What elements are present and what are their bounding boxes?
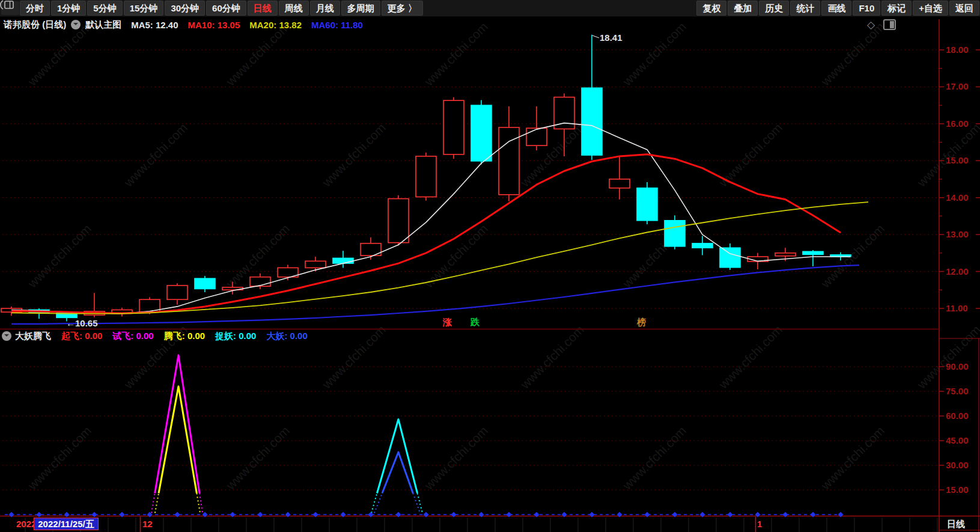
watermark-text: www.cfchi.com: [915, 322, 980, 391]
indicator-tick-label-1: 75.00: [946, 386, 969, 396]
candle[interactable]: [29, 308, 49, 319]
toolbar-button-1[interactable]: 1分钟: [51, 1, 86, 16]
candle[interactable]: [1, 307, 22, 316]
toolbar-button-2[interactable]: 历史: [759, 1, 789, 16]
action-buttons: 复权叠加历史统计画线F10标记+自选返回: [696, 0, 980, 16]
watermark-text: www.cfchi.com: [25, 221, 94, 290]
candle[interactable]: [775, 248, 796, 261]
toolbar-button-7[interactable]: +自选: [913, 1, 948, 16]
candle[interactable]: [720, 243, 740, 270]
watermark-text: www.cfchi.com: [320, 322, 389, 391]
toolbar-button-8[interactable]: 返回: [949, 1, 979, 16]
candle[interactable]: [665, 215, 685, 249]
candle[interactable]: [361, 237, 381, 260]
low-price-label: ←10.65: [66, 318, 98, 328]
toolbar-button-6[interactable]: 标记: [881, 1, 912, 16]
chart-canvas: [0, 0, 980, 532]
toolbar-button-8[interactable]: 月线: [310, 1, 340, 16]
candle[interactable]: [305, 257, 326, 272]
candle[interactable]: [499, 106, 519, 201]
toolbar-button-3[interactable]: 统计: [790, 1, 820, 16]
watermark-text: www.cfchi.com: [518, 322, 587, 391]
indicator-value-0: 起飞: 0.00: [61, 331, 102, 341]
price-tick-label-5: 13.00: [946, 229, 969, 239]
indicator-chevron-circle-icon[interactable]: [2, 331, 11, 341]
toolbar-button-5[interactable]: F10: [853, 1, 880, 16]
candle[interactable]: [195, 276, 215, 292]
toolbar-button-10[interactable]: 更多 〉: [382, 1, 423, 16]
price-tick-label-3: 15.00: [946, 155, 969, 165]
indicator-header: 大妖腾飞 起飞: 0.00试飞: 0.00腾飞: 0.00捉妖: 0.00大妖:…: [0, 330, 308, 342]
rank-link-2[interactable]: 榜: [637, 317, 646, 328]
candle[interactable]: [333, 251, 353, 268]
chart-header: 诺邦股份 (日线) 默认主图 MA5: 12.40MA10: 13.05MA20…: [0, 16, 980, 33]
watermark-text: www.cfchi.com: [25, 423, 94, 492]
toolbar-button-0[interactable]: 复权: [696, 1, 726, 16]
toolbar-button-7[interactable]: 周线: [279, 1, 309, 16]
candle[interactable]: [278, 265, 298, 281]
spike-捉妖: [377, 419, 417, 493]
candle[interactable]: [222, 282, 243, 295]
diamond-marker-icon[interactable]: ◇: [867, 19, 875, 31]
ma-line-MA10: [11, 154, 841, 313]
device-icon[interactable]: [1, 1, 19, 15]
spike-腾飞: [159, 387, 196, 494]
split-view-icon[interactable]: [883, 19, 896, 30]
candle[interactable]: [526, 106, 547, 150]
toolbar-button-3[interactable]: 15分钟: [124, 1, 164, 16]
indicator-tick-label-3: 45.00: [946, 435, 969, 445]
watermark-text: www.cfchi.com: [121, 120, 190, 189]
price-tick-label-4: 14.00: [946, 192, 969, 203]
candle[interactable]: [609, 156, 630, 200]
candle[interactable]: [139, 298, 160, 314]
candle[interactable]: [167, 283, 187, 305]
stock-title: 诺邦股份 (日线): [4, 19, 66, 31]
candle[interactable]: [416, 153, 436, 201]
rank-link-0[interactable]: 涨: [443, 317, 452, 328]
toolbar-button-4[interactable]: 画线: [821, 1, 851, 16]
main-layout-label[interactable]: 默认主图: [85, 19, 121, 31]
watermark-text: www.cfchi.com: [320, 120, 389, 189]
candle[interactable]: [471, 100, 492, 165]
toolbar-button-2[interactable]: 5分钟: [87, 1, 122, 16]
candle[interactable]: [637, 182, 657, 224]
price-tick-label-2: 16.00: [946, 118, 969, 129]
chevron-down-circle-icon[interactable]: [71, 20, 81, 29]
candle[interactable]: [803, 250, 823, 266]
toolbar-button-6[interactable]: 日线: [248, 1, 278, 16]
candle[interactable]: [84, 293, 105, 317]
toolbar-button-9[interactable]: 多周期: [341, 1, 380, 16]
rank-link-1[interactable]: 跌: [470, 317, 479, 328]
watermark-text: www.cfchi.com: [620, 221, 689, 290]
candle[interactable]: [747, 253, 768, 269]
ma-layer: [11, 35, 868, 324]
candle[interactable]: [443, 97, 464, 159]
candle[interactable]: [582, 35, 602, 160]
month-tick-label-1: 1: [757, 519, 762, 529]
month-tick-label-0: 12: [142, 519, 153, 529]
watermark-text: www.cfchi.com: [422, 221, 491, 290]
indicator-spikes-layer: [151, 355, 422, 513]
header-icons: ◇: [867, 16, 896, 33]
indicator-value-1: 试飞: 0.00: [112, 331, 153, 341]
date-axis-bar: 2022 2022/11/25/五 日线 121: [0, 517, 980, 532]
watermark-text: www.cfchi.com: [716, 322, 785, 391]
indicator-name[interactable]: 大妖腾飞: [15, 331, 51, 342]
indicator-value-4: 大妖: 0.00: [266, 331, 307, 341]
candle[interactable]: [554, 93, 574, 156]
toolbar-button-4[interactable]: 30分钟: [165, 1, 205, 16]
ma-legend: MA5: 12.40MA10: 13.05MA20: 13.82MA60: 11…: [121, 20, 363, 30]
toolbar-button-5[interactable]: 60分钟: [206, 1, 246, 16]
watermark-text: www.cfchi.com: [818, 221, 887, 290]
candle[interactable]: [692, 236, 713, 255]
candle[interactable]: [112, 308, 132, 317]
candle[interactable]: [388, 195, 409, 246]
toolbar-button-1[interactable]: 叠加: [728, 1, 758, 16]
candle[interactable]: [250, 274, 270, 289]
watermark-text: www.cfchi.com: [224, 423, 293, 492]
watermark-text: www.cfchi.com: [422, 423, 491, 492]
price-tick-label-1: 17.00: [946, 81, 969, 91]
candle[interactable]: [830, 252, 851, 261]
toolbar-button-0[interactable]: 分时: [20, 1, 50, 16]
price-tick-label-7: 11.00: [946, 303, 968, 313]
